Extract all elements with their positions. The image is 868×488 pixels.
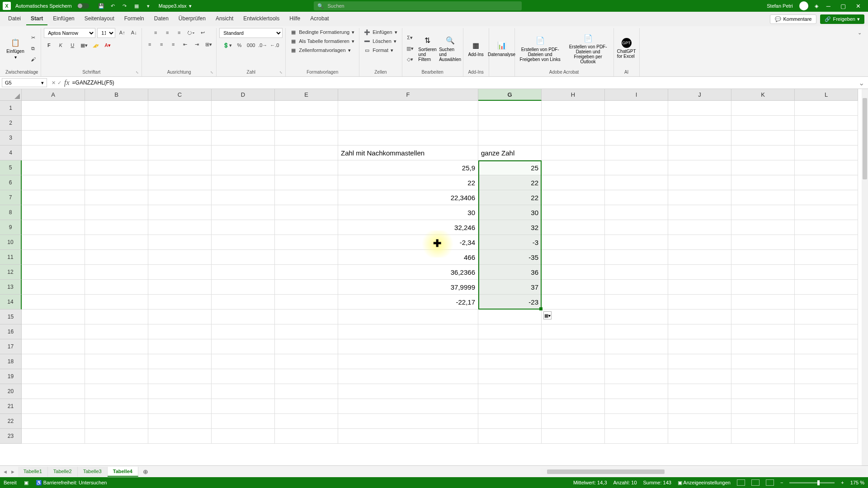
row-header-10[interactable]: 10 (0, 235, 22, 250)
cell-G19[interactable] (478, 369, 542, 384)
cell-A10[interactable] (22, 235, 85, 250)
cell-J3[interactable] (668, 131, 731, 145)
cell-D4[interactable] (212, 145, 275, 160)
cell-J12[interactable] (668, 265, 731, 280)
cell-B7[interactable] (85, 190, 148, 205)
cell-C18[interactable] (148, 354, 212, 369)
cell-D14[interactable] (212, 295, 275, 310)
cell-J10[interactable] (668, 235, 731, 250)
cell-G13[interactable]: 37 (478, 280, 542, 295)
tab-einfügen[interactable]: Einfügen (48, 13, 79, 25)
dialog-launcher-icon[interactable]: ⤡ (136, 70, 139, 75)
cell-G6[interactable]: 22 (478, 175, 542, 190)
row-header-21[interactable]: 21 (0, 399, 22, 414)
cell-E13[interactable] (275, 280, 338, 295)
row-headers[interactable]: 1234567891011121314151617181920212223 (0, 101, 22, 444)
normal-view-button[interactable] (737, 479, 745, 486)
increase-indent-icon[interactable]: ⇥ (192, 40, 202, 49)
cell-E10[interactable] (275, 235, 338, 250)
cell-J19[interactable] (668, 369, 731, 384)
column-header-A[interactable]: A (22, 89, 85, 101)
chatgpt-button[interactable]: GPTChatGPT for Excel (617, 36, 637, 61)
cell-E5[interactable] (275, 160, 338, 175)
cell-C1[interactable] (148, 101, 212, 116)
cell-F1[interactable] (338, 101, 478, 116)
qat-customize-icon[interactable]: ▾ (145, 2, 152, 9)
cell-K7[interactable] (731, 190, 795, 205)
page-layout-view-button[interactable] (751, 479, 760, 486)
cell-G12[interactable]: 36 (478, 265, 542, 280)
username-label[interactable]: Stefan Petri (767, 3, 793, 9)
close-button[interactable]: ✕ (854, 3, 863, 9)
name-box[interactable]: G5▾ (2, 78, 47, 87)
cell-L12[interactable] (795, 265, 858, 280)
column-header-I[interactable]: I (605, 89, 668, 101)
cell-A11[interactable] (22, 250, 85, 265)
cell-L1[interactable] (795, 101, 858, 116)
cell-L3[interactable] (795, 131, 858, 145)
maximize-button[interactable]: ▢ (839, 3, 848, 9)
cell-L16[interactable] (795, 324, 858, 339)
cell-E22[interactable] (275, 414, 338, 429)
cell-H17[interactable] (542, 339, 605, 354)
cell-H13[interactable] (542, 280, 605, 295)
row-header-5[interactable]: 5 (0, 160, 22, 175)
cell-I10[interactable] (605, 235, 668, 250)
row-header-23[interactable]: 23 (0, 429, 22, 444)
filename[interactable]: Mappe3.xlsx▾ (159, 3, 192, 9)
cell-C5[interactable] (148, 160, 212, 175)
cell-H11[interactable] (542, 250, 605, 265)
cell-A14[interactable] (22, 295, 85, 310)
conditional-formatting-button[interactable]: ▦Bedingte Formatierung ▾ (288, 28, 356, 36)
column-header-K[interactable]: K (731, 89, 795, 101)
align-middle-icon[interactable]: ≡ (162, 28, 172, 37)
decrease-indent-icon[interactable]: ⇤ (180, 40, 190, 49)
row-header-4[interactable]: 4 (0, 145, 22, 160)
row-header-16[interactable]: 16 (0, 324, 22, 339)
zoom-slider[interactable] (789, 482, 835, 483)
select-all-button[interactable] (0, 89, 22, 101)
cell-A18[interactable] (22, 354, 85, 369)
cell-E20[interactable] (275, 384, 338, 399)
increase-font-icon[interactable]: A↑ (117, 28, 127, 37)
insert-cells-button[interactable]: ➕Einfügen ▾ (362, 28, 399, 36)
cell-D13[interactable] (212, 280, 275, 295)
column-header-D[interactable]: D (212, 89, 275, 101)
cell-K10[interactable] (731, 235, 795, 250)
cell-H16[interactable] (542, 324, 605, 339)
cell-G7[interactable]: 22 (478, 190, 542, 205)
borders-icon[interactable]: ▦▾ (79, 41, 89, 50)
cell-L18[interactable] (795, 354, 858, 369)
cell-C14[interactable] (148, 295, 212, 310)
cell-K22[interactable] (731, 414, 795, 429)
cell-K6[interactable] (731, 175, 795, 190)
cell-I1[interactable] (605, 101, 668, 116)
cell-G5[interactable]: 25 (478, 160, 542, 175)
italic-button[interactable]: K (56, 41, 66, 50)
cell-C2[interactable] (148, 116, 212, 131)
autosum-icon[interactable]: Σ▾ (405, 33, 415, 42)
add-sheet-button[interactable]: ⊕ (138, 468, 153, 475)
cell-L14[interactable] (795, 295, 858, 310)
tab-start[interactable]: Start (26, 13, 47, 25)
cell-B20[interactable] (85, 384, 148, 399)
cell-G23[interactable] (478, 429, 542, 444)
dialog-launcher-icon[interactable]: ⤡ (35, 70, 38, 75)
cell-B23[interactable] (85, 429, 148, 444)
autosave-toggle[interactable] (77, 3, 89, 9)
cell-D15[interactable] (212, 310, 275, 324)
cell-B19[interactable] (85, 369, 148, 384)
cell-G20[interactable] (478, 384, 542, 399)
increase-decimal-icon[interactable]: .0→ (258, 41, 268, 50)
cell-E11[interactable] (275, 250, 338, 265)
cell-B6[interactable] (85, 175, 148, 190)
cell-F16[interactable] (338, 324, 478, 339)
cell-L4[interactable] (795, 145, 858, 160)
row-header-13[interactable]: 13 (0, 280, 22, 295)
cell-A1[interactable] (22, 101, 85, 116)
search-input[interactable] (327, 3, 518, 9)
dialog-launcher-icon[interactable]: ⤡ (210, 70, 213, 75)
cell-I17[interactable] (605, 339, 668, 354)
cell-I8[interactable] (605, 205, 668, 220)
cell-E4[interactable] (275, 145, 338, 160)
